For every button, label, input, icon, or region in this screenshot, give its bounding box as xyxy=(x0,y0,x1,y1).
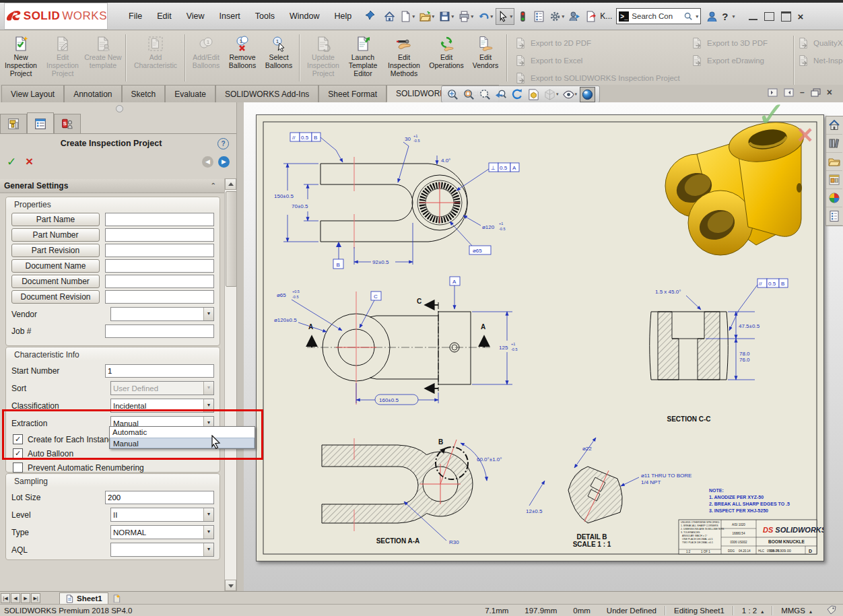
add-sheet-button[interactable] xyxy=(112,594,121,603)
menu-help[interactable]: Help xyxy=(329,9,358,24)
menu-edit[interactable]: Edit xyxy=(151,9,178,24)
top-view[interactable]: A A C C xyxy=(274,277,517,405)
part-name-button[interactable]: Part Name xyxy=(11,213,100,226)
flag-c[interactable]: C xyxy=(360,292,381,328)
custom-properties-icon[interactable] xyxy=(826,207,842,226)
chevron-down-icon[interactable]: ▾ xyxy=(451,13,454,20)
dim-92[interactable]: 92±0.5 xyxy=(354,223,413,265)
units-dropdown-icon[interactable]: ▴ xyxy=(805,609,812,615)
overflow-menu[interactable]: K... xyxy=(600,11,612,21)
dim-78-76[interactable]: 78.0 76.0 xyxy=(728,339,755,380)
doc-restore-icon[interactable] xyxy=(811,88,821,97)
span-displays-button[interactable] xyxy=(764,12,774,21)
ribbon-edit-inspection-project[interactable]: Edit Inspection Project xyxy=(42,33,83,77)
dim-d11[interactable]: ⌀11 THRU TO BORE 1/4 NPT xyxy=(621,473,692,486)
chevron-down-icon[interactable]: ▾ xyxy=(556,92,559,97)
first-sheet-button[interactable]: |◀ xyxy=(1,593,10,603)
chevron-down-icon[interactable]: ▾ xyxy=(203,508,213,521)
dim-160[interactable]: 160±0.5 xyxy=(356,383,438,405)
minimize-button[interactable] xyxy=(749,13,757,20)
doc-minimize-icon[interactable]: – xyxy=(800,88,805,97)
panel-scrollbar[interactable] xyxy=(224,178,237,591)
ribbon-new-inspection-project[interactable]: New Inspection Project xyxy=(1,33,41,77)
chevron-down-icon[interactable]: ▾ xyxy=(471,13,473,20)
field-input[interactable] xyxy=(105,364,214,378)
ok-button[interactable]: ✓ xyxy=(7,155,16,169)
dim-d22[interactable]: ⌀22 xyxy=(574,438,596,468)
prev-sheet-button[interactable]: ◀ xyxy=(11,593,20,603)
help-dropdown-icon[interactable]: ▾ xyxy=(733,13,735,20)
options-icon[interactable]: ▾ xyxy=(547,8,566,25)
field-select[interactable]: NORMAL▾ xyxy=(110,525,214,539)
design-library-icon[interactable] xyxy=(826,135,842,153)
iso-3d-part[interactable] xyxy=(665,117,807,255)
menu-tools[interactable]: Tools xyxy=(249,9,281,24)
ribbon-select-balloons[interactable]: Select Balloons xyxy=(262,33,296,69)
ribbon-edit-inspection-methods[interactable]: Edit Inspection Methods xyxy=(383,33,425,77)
search-icon[interactable] xyxy=(683,11,693,21)
property-input[interactable] xyxy=(105,259,214,273)
chevron-down-icon[interactable]: ▾ xyxy=(575,92,578,97)
close-button[interactable]: × xyxy=(798,13,807,20)
menu-file[interactable]: File xyxy=(123,9,148,24)
hide-show-icon[interactable]: ▾ xyxy=(562,88,578,102)
dim-12[interactable]: 12±0.5 xyxy=(526,481,545,514)
tab-annotation[interactable]: Annotation xyxy=(64,85,121,102)
help-button[interactable]: ? xyxy=(722,11,728,22)
checkbox[interactable] xyxy=(13,463,23,473)
menu-insert[interactable]: Insert xyxy=(213,9,246,24)
chevron-down-icon[interactable]: ▾ xyxy=(203,308,213,320)
feature-manager-tab[interactable] xyxy=(0,114,27,134)
drawing-sheet[interactable]: 150±0.5 70±0.5 92±0.5 xyxy=(256,114,824,561)
menu-window[interactable]: Window xyxy=(283,9,325,24)
document-revision-button[interactable]: Document Revision xyxy=(11,290,100,304)
open-icon[interactable]: ▾ xyxy=(417,8,436,25)
pin-icon[interactable] xyxy=(364,10,375,23)
home-icon[interactable] xyxy=(826,116,842,135)
previous-view-icon[interactable] xyxy=(494,88,508,102)
inspection-tab[interactable] xyxy=(54,114,81,134)
file-explorer-icon[interactable] xyxy=(826,153,842,171)
save-icon[interactable]: ▾ xyxy=(437,8,456,25)
ribbon-edit-vendors[interactable]: Edit Vendors xyxy=(468,33,503,69)
search-dropdown-icon[interactable]: ▾ xyxy=(696,13,698,20)
document-name-button[interactable]: Document Name xyxy=(11,259,100,273)
search-box[interactable]: >_ Search Con ▾ xyxy=(616,8,701,24)
property-input[interactable] xyxy=(105,213,214,226)
field-select[interactable]: II▾ xyxy=(110,508,214,522)
front-view[interactable]: 150±0.5 70±0.5 92±0.5 xyxy=(274,133,519,269)
undo-icon[interactable]: ▾ xyxy=(476,8,495,25)
zoom-area-icon[interactable] xyxy=(462,88,476,102)
ribbon-update-inspection-project[interactable]: Update Inspection Project xyxy=(304,33,343,77)
ribbon-create-new-template[interactable]: Create New template xyxy=(84,33,122,69)
maximize-button[interactable] xyxy=(781,11,791,22)
display-style-icon[interactable]: ▾ xyxy=(543,88,560,102)
sheet-scale[interactable]: 1 : 2▴ xyxy=(734,607,772,615)
vendor-select[interactable]: ▾ xyxy=(110,307,214,321)
chevron-down-icon[interactable]: ▾ xyxy=(432,13,434,20)
menu-view[interactable]: View xyxy=(180,9,211,24)
datum-b[interactable]: B xyxy=(333,242,343,269)
view-settings-icon[interactable] xyxy=(580,87,595,102)
property-input[interactable] xyxy=(105,290,214,304)
dim-chamfer[interactable]: 1.5 x 45.0° xyxy=(655,289,701,310)
chevron-down-icon[interactable]: ▾ xyxy=(203,382,213,395)
forward-button[interactable]: ▶ xyxy=(218,156,230,168)
next-sheet-button[interactable]: ▶ xyxy=(21,593,30,603)
scroll-down-button[interactable] xyxy=(225,580,236,591)
ribbon-remove-balloons[interactable]: Remove Balloons xyxy=(224,33,261,69)
flag-a[interactable]: A xyxy=(450,277,460,309)
user-icon[interactable] xyxy=(706,11,718,22)
property-input[interactable] xyxy=(105,275,214,288)
tab-solidworks-add-ins[interactable]: SOLIDWORKS Add-Ins xyxy=(215,85,318,102)
graphics-area[interactable]: 150±0.5 70±0.5 92±0.5 xyxy=(244,102,843,591)
help-icon[interactable]: ? xyxy=(217,138,229,149)
scroll-up-button[interactable] xyxy=(225,178,236,190)
new-document-icon[interactable]: ▾ xyxy=(398,8,417,25)
gdt-perpendicularity[interactable]: ⊥ 0.5 A xyxy=(457,163,519,191)
detail-b-view[interactable]: ⌀22 ⌀11 THRU TO BORE 1/4 NPT DETAIL B SC… xyxy=(568,438,692,548)
chevron-down-icon[interactable]: ▾ xyxy=(490,13,493,20)
tab-view-layout[interactable]: View Layout xyxy=(1,85,64,102)
sheet-tab[interactable]: Sheet1 xyxy=(59,592,108,605)
properties-icon[interactable] xyxy=(531,8,547,25)
